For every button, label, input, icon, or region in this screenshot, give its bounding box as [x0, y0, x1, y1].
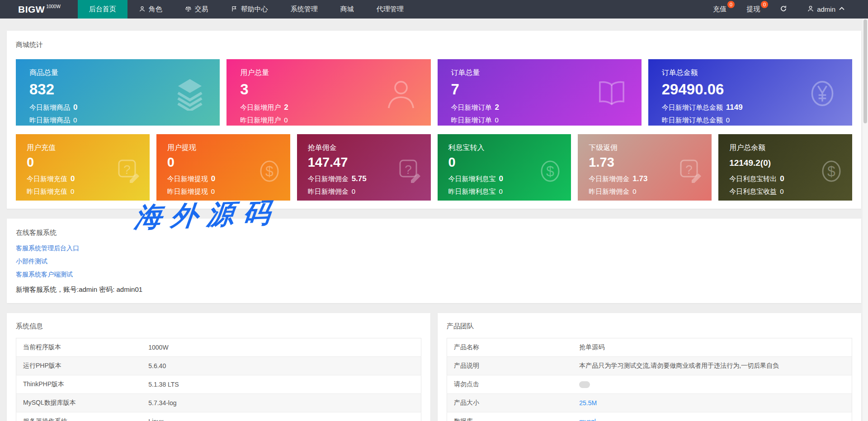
service-admin-link[interactable]: 客服系统管理后台入口	[16, 244, 852, 253]
book-icon	[594, 76, 629, 111]
customer-service-panel: 在线客服系统 客服系统管理后台入口 小部件测试 客服系统客户端测试 新增客服系统…	[7, 219, 861, 303]
section-title-service: 在线客服系统	[16, 229, 852, 237]
stat-card-sub-rebate: 下级返佣 1.73 今日新增佣金1.73 昨日新增佣金0 ?	[578, 134, 712, 201]
widget-test-link[interactable]: 小部件测试	[16, 257, 852, 266]
stat-line-value: 0	[211, 174, 215, 183]
product-team-table: 产品名称抢单源码 产品说明本产品只为学习测试交流,请勿要做商业或者用于违法行为,…	[447, 338, 852, 421]
row-label: 当前程序版本	[16, 338, 142, 357]
row-label: 产品大小	[447, 394, 573, 412]
stat-line-value: 2	[284, 103, 288, 112]
recharge-badge: 0	[727, 1, 735, 8]
stat-title: 下级返佣	[589, 143, 705, 153]
menu-item-help-center[interactable]: 帮助中心	[220, 0, 279, 19]
stat-card-interest-in: 利息宝转入 0 今日新增利息宝0 昨日新增利息宝0 $	[438, 134, 571, 201]
stat-line-label: 今日新增利息宝	[448, 175, 496, 182]
menu-item-system[interactable]: 系统管理	[279, 0, 329, 19]
section-title-product-team: 产品团队	[447, 322, 852, 331]
scrollbar-thumb[interactable]	[863, 19, 867, 123]
row-value	[572, 375, 852, 394]
chevron-up-icon	[838, 5, 845, 14]
stat-line-label: 今日新增订单总金额	[662, 103, 723, 111]
stat-line-label: 今日利息宝转出	[729, 175, 777, 182]
brand-name: BIGW	[18, 4, 45, 15]
top-navbar: BIGW 1000W 后台首页 角色 交易 帮助中心 系统管理 商城 代理管理	[0, 0, 868, 19]
system-info-table: 当前程序版本1000W 运行PHP版本5.6.40 ThinkPHP版本5.1.…	[16, 338, 421, 421]
stat-line-label: 昨日新增用户	[240, 116, 281, 124]
row-label: 产品说明	[447, 357, 573, 375]
question-doc-icon: ?	[676, 157, 705, 186]
page-scrollbar[interactable]	[863, 19, 868, 421]
question-doc-icon: ?	[114, 157, 143, 186]
refresh-button[interactable]	[770, 0, 797, 19]
stat-line-value: 0	[495, 116, 499, 124]
navbar-right: 充值 0 提现 0 admin	[703, 0, 855, 19]
dollar-circle-icon: $	[536, 157, 565, 186]
withdraw-button[interactable]: 提现 0	[736, 0, 770, 19]
svg-text:?: ?	[405, 163, 412, 177]
stat-card-orders-total: 订单总量 7 今日新增订单2 昨日新增订单0	[438, 59, 642, 126]
stat-line-value: 1.73	[632, 174, 647, 183]
stat-card-grab-commission: 抢单佣金 147.47 今日新增佣金5.75 昨日新增佣金0 ?	[297, 134, 431, 201]
stat-line-label: 昨日新增充值	[27, 187, 67, 195]
stat-line: 昨日新增佣金0	[308, 187, 425, 196]
row-value: 本产品只为学习测试交流,请勿要做商业或者用于违法行为,一切后果自负	[572, 357, 852, 375]
stat-card-user-recharge: 用户充值 0 今日新增充值0 昨日新增充值0 ?	[16, 134, 150, 201]
dollar-circle-icon: $	[255, 157, 284, 186]
section-title-mall-stats: 商城统计	[16, 41, 852, 49]
layers-icon	[173, 76, 207, 111]
menu-item-home[interactable]: 后台首页	[78, 0, 127, 19]
table-row: 数据库mysql	[447, 412, 852, 421]
stat-line-label: 今日新增商品	[29, 103, 70, 111]
stat-title: 用户充值	[27, 143, 143, 153]
brand-logo: BIGW 1000W	[0, 0, 78, 19]
big-stat-cards: 商品总量 832 今日新增商品0 昨日新增商品0 用户总量 3 今日新增用户2 …	[16, 59, 852, 126]
stat-line-label: 昨日新增提现	[167, 187, 208, 195]
product-size-link[interactable]: 25.5M	[572, 394, 852, 412]
menu-label: 角色	[149, 5, 162, 14]
menu-item-roles[interactable]: 角色	[127, 0, 174, 19]
table-row: 请勿点击	[447, 375, 852, 394]
svg-text:$: $	[265, 163, 274, 179]
service-client-test-link[interactable]: 客服系统客户端测试	[16, 271, 852, 279]
bottom-panels: 系统信息 当前程序版本1000W 运行PHP版本5.6.40 ThinkPHP版…	[7, 313, 861, 421]
recharge-button[interactable]: 充值 0	[703, 0, 736, 19]
database-link[interactable]: mysql	[572, 412, 852, 421]
small-stat-cards: 用户充值 0 今日新增充值0 昨日新增充值0 ? 用户提现 0 今日新增提现0 …	[16, 134, 852, 201]
do-not-click-badge[interactable]	[579, 381, 590, 388]
user-menu[interactable]: admin	[797, 0, 855, 19]
stat-line: 昨日新增充值0	[27, 187, 143, 196]
stat-line-value: 0	[71, 174, 75, 183]
dollar-circle-icon: $	[817, 157, 846, 186]
stat-line-label: 今日利息宝收益	[729, 187, 777, 195]
stat-line-label: 昨日新增订单总金额	[662, 116, 723, 124]
stat-line: 昨日新增商品0	[29, 116, 208, 125]
stat-title: 抢单佣金	[308, 143, 425, 153]
stat-line: 今日利息宝收益0	[729, 187, 846, 196]
refresh-icon	[780, 5, 787, 14]
menu-item-trade[interactable]: 交易	[174, 0, 220, 19]
stat-line-value: 0	[632, 187, 636, 195]
table-row: 产品名称抢单源码	[447, 338, 852, 357]
svg-text:?: ?	[123, 163, 131, 177]
table-row: 当前程序版本1000W	[16, 338, 421, 357]
person-icon	[807, 5, 814, 14]
stat-line: 昨日新增提现0	[167, 187, 284, 196]
stat-title: 用户提现	[167, 143, 284, 153]
menu-item-mall[interactable]: 商城	[329, 0, 365, 19]
stat-line: 昨日新增利息宝0	[448, 187, 565, 196]
stat-line-label: 昨日新增佣金	[308, 187, 349, 195]
mall-stats-panel: 商城统计 商品总量 832 今日新增商品0 昨日新增商品0 用户总量 3 今日新…	[7, 31, 861, 209]
stat-line-value: 0	[73, 103, 77, 112]
row-label: 产品名称	[447, 338, 573, 357]
stat-line-value: 0	[780, 174, 784, 183]
stat-card-user-withdraw: 用户提现 0 今日新增提现0 昨日新增提现0 $	[156, 134, 290, 201]
stat-card-user-balance: 用户总余额 12149.2(0) 今日利息宝转出0 今日利息宝收益0 $	[718, 134, 852, 201]
stat-line-label: 今日新增用户	[240, 103, 281, 111]
row-label: ThinkPHP版本	[16, 375, 142, 394]
stat-line-label: 今日新增佣金	[308, 175, 349, 182]
table-row: ThinkPHP版本5.1.38 LTS	[16, 375, 421, 394]
menu-item-agent[interactable]: 代理管理	[365, 0, 415, 19]
table-row: MySQL数据库版本5.7.34-log	[16, 394, 421, 412]
row-value: 5.6.40	[142, 357, 421, 375]
stat-line-value: 0	[780, 187, 783, 195]
